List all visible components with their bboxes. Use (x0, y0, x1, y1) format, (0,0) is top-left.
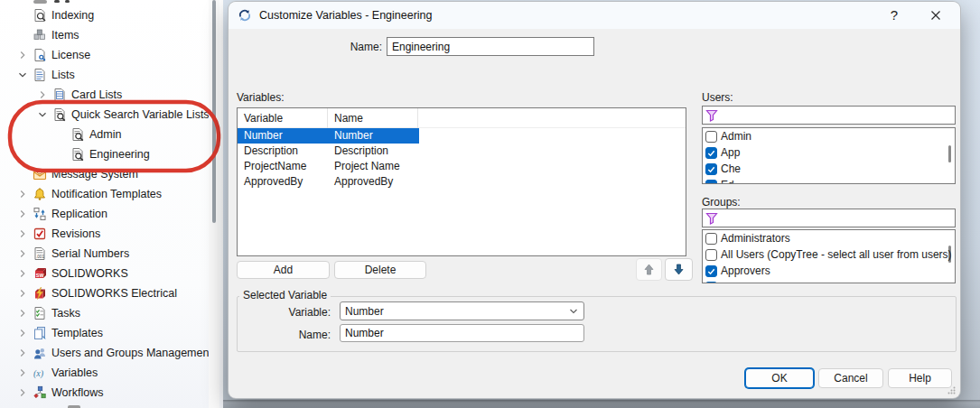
chevron-collapsed-icon[interactable] (14, 207, 32, 221)
add-button[interactable]: Add (237, 261, 330, 279)
help-titlebar-button[interactable]: ? (877, 3, 911, 27)
list-item-approvers[interactable]: Approvers (703, 263, 955, 279)
lists-icon (32, 68, 47, 82)
delete-button[interactable]: Delete (334, 261, 426, 279)
list-item-app[interactable]: App (703, 144, 955, 161)
checkbox-unchecked-icon[interactable] (705, 131, 717, 143)
chevron-expanded-icon[interactable] (14, 68, 32, 82)
sidebar-item-quick-search-variable-lists[interactable]: Quick Search Variable Lists (0, 105, 210, 125)
dialog-titlebar[interactable]: Customize Variables - Engineering ? (229, 2, 960, 29)
filter-funnel-icon (705, 109, 718, 122)
sidebar-scrollbar-thumb[interactable] (212, 0, 216, 223)
sidebar-item-templates[interactable]: Templates (0, 323, 210, 343)
sidebar-item-admin[interactable]: Admin (0, 125, 210, 144)
chevron-collapsed-icon[interactable] (14, 385, 32, 400)
help-button[interactable]: Help (888, 368, 952, 388)
move-down-button[interactable] (665, 258, 693, 281)
workflows-icon (32, 385, 47, 400)
sidebar-item-serial-numbers[interactable]: .001Serial Numbers (0, 244, 210, 264)
sidebar-item-license[interactable]: License (0, 45, 210, 65)
column-header-name[interactable]: Name (328, 108, 418, 128)
checkbox-checked-icon[interactable] (705, 282, 717, 284)
sidebar-item-label: Replication (51, 208, 107, 220)
chevron-collapsed-icon[interactable] (14, 366, 32, 380)
chevron-collapsed-icon[interactable] (14, 246, 32, 261)
checkbox-checked-icon[interactable] (705, 180, 717, 185)
chevron-collapsed-icon[interactable] (14, 326, 32, 340)
list-item-administrators[interactable]: Administrators (703, 230, 955, 246)
chevron-collapsed-icon[interactable] (14, 187, 32, 201)
sidebar-item-indexing[interactable]: Indexing (0, 5, 210, 25)
list-item-admin[interactable]: Admin (703, 128, 955, 144)
checkbox-checked-icon[interactable] (705, 163, 717, 175)
name-input[interactable] (387, 37, 594, 56)
chevron-collapsed-icon[interactable] (14, 266, 32, 281)
sidebar-scrollbar[interactable] (209, 0, 219, 408)
license-icon (32, 48, 47, 62)
chevron-collapsed-icon[interactable] (14, 346, 32, 360)
resize-grip[interactable] (947, 386, 956, 394)
users-filter[interactable] (702, 106, 956, 125)
sidebar-item-card-lists[interactable]: Card Lists (0, 85, 210, 105)
sidebar-item-workflows[interactable]: Workflows (0, 383, 210, 403)
sidebar-item-label: Admin (89, 128, 121, 141)
table-row-approvedby[interactable]: ApprovedByApprovedBy (238, 174, 419, 190)
variables-table[interactable]: VariableNameNumberNumberDescriptionDescr… (237, 107, 686, 256)
cancel-button[interactable]: Cancel (818, 368, 883, 388)
checkbox-checked-icon[interactable] (705, 265, 717, 277)
table-row-number[interactable]: NumberNumber (238, 128, 419, 144)
checkbox-checked-icon[interactable] (705, 147, 717, 159)
sidebar-item-items[interactable]: Items (0, 25, 210, 45)
sidebar-item-engineering[interactable]: Engineering (0, 144, 210, 164)
sidebar-item-solidworks-electrical[interactable]: SOLIDWORKS Electrical (0, 283, 210, 303)
users-filter-input[interactable] (718, 107, 955, 123)
column-header-variable[interactable]: Variable (238, 108, 328, 128)
sidebar-item-label: SOLIDWORKS Electrical (51, 287, 177, 300)
chevron-collapsed-icon[interactable] (14, 48, 32, 62)
groups-list[interactable]: AdministratorsAll Users (CopyTree - sele… (702, 229, 956, 283)
table-row-description[interactable]: DescriptionDescription (238, 144, 419, 159)
sidebar-item-revisions[interactable]: Revisions (0, 224, 210, 244)
chevron-collapsed-icon[interactable] (14, 306, 32, 320)
selected-name-input[interactable] (340, 324, 584, 342)
solidworks-icon: SW (32, 266, 47, 281)
chevron-collapsed-icon[interactable] (14, 286, 32, 301)
sidebar-item-users-and-groups-management[interactable]: Users and Groups Management (0, 343, 210, 363)
sidebar-item-solidworks[interactable]: SWSOLIDWORKS (0, 264, 210, 283)
variables-label: Variables: (237, 91, 300, 104)
cell-name: Project Name (334, 159, 400, 174)
groups-filter[interactable] (702, 209, 956, 227)
indexing-icon (32, 8, 47, 23)
close-button[interactable] (919, 3, 953, 27)
selected-variable-combobox[interactable]: Number (340, 301, 584, 320)
solidworks-electrical-icon (32, 286, 47, 301)
move-up-button[interactable] (636, 258, 662, 281)
sidebar-item-lists[interactable]: Lists (0, 65, 210, 85)
sidebar-item-tasks[interactable]: Tasks (0, 303, 210, 323)
chevron-collapsed-icon[interactable] (14, 227, 32, 241)
checkbox-unchecked-icon[interactable] (705, 233, 717, 245)
sidebar-item-message-system[interactable]: Message System (0, 164, 210, 184)
sidebar-item-label: Lists (51, 69, 75, 81)
ok-button[interactable]: OK (745, 368, 814, 388)
navigation-tree: IndexingItemsLicenseListsCard ListsQuick… (0, 0, 210, 408)
list-item-che[interactable]: Che (703, 161, 955, 177)
list-item-label: Checkers (721, 281, 767, 283)
cell-name: Description (334, 144, 388, 159)
tree-item-partial-top-text (54, 0, 60, 3)
chevron-expanded-icon[interactable] (33, 107, 51, 122)
table-row-projectname[interactable]: ProjectNameProject Name (238, 159, 419, 174)
sidebar-item-notification-templates[interactable]: Notification Templates (0, 184, 210, 204)
chevron-collapsed-icon[interactable] (33, 88, 51, 102)
list-item-checkers[interactable]: Checkers (703, 279, 955, 283)
users-list[interactable]: AdminAppCheEd (702, 127, 956, 184)
sidebar-item-label: Quick Search Variable Lists (71, 108, 210, 121)
groups-label: Groups: (702, 196, 756, 209)
customize-variables-icon (238, 8, 252, 23)
list-item-all-users-copytree-select-all-user-from-users[interactable]: All Users (CopyTree - select all user fr… (703, 246, 955, 263)
sidebar-item-replication[interactable]: Replication (0, 204, 210, 224)
groups-filter-input[interactable] (718, 210, 955, 226)
sidebar-item-variables[interactable]: (x)Variables (0, 363, 210, 383)
checkbox-unchecked-icon[interactable] (705, 249, 717, 261)
list-item-ed[interactable]: Ed (703, 177, 955, 184)
